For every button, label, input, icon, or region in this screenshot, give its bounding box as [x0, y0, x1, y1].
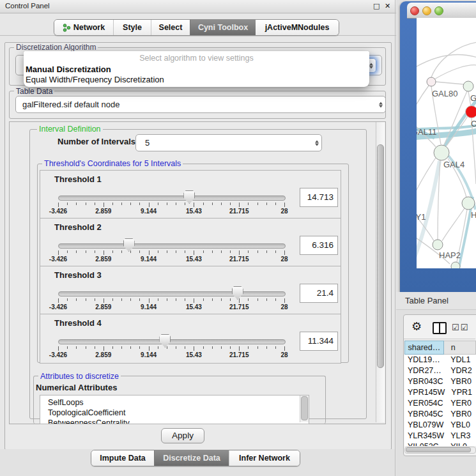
- threshold-slider-handle[interactable]: [123, 238, 135, 252]
- table-cell[interactable]: YIL052C: [404, 441, 444, 446]
- slider-tick-label: 15.43: [171, 256, 216, 263]
- algorithm-dropdown-popup: Select algorithm to view settings Manual…: [24, 51, 369, 87]
- threshold-slider-track[interactable]: [58, 291, 286, 296]
- threshold-box: Threshold 1-3.4262.8599.14415.4321.71528…: [40, 170, 341, 220]
- threshold-slider-track[interactable]: [58, 196, 286, 201]
- tab-label: Infer Network: [239, 454, 290, 463]
- tab-network[interactable]: Network: [54, 20, 113, 35]
- slider-tick-label: 2.859: [81, 208, 126, 215]
- dropdown-option[interactable]: Equal Width/Frequency Discretization: [24, 75, 369, 85]
- table-data-combobox[interactable]: galFiltered.sif default node: [15, 96, 386, 113]
- settings-scrollbar-thumb[interactable]: [377, 144, 384, 368]
- threshold-box: Threshold 3-3.4262.8599.14415.4321.71528…: [40, 266, 341, 316]
- dropdown-option[interactable]: Manual Discretization: [24, 65, 369, 75]
- tab-select[interactable]: Select: [151, 20, 190, 35]
- tab-cyni-toolbox[interactable]: Cyni Toolbox: [190, 20, 256, 35]
- table-cell[interactable]: YBR0: [444, 376, 476, 387]
- apply-button[interactable]: Apply: [161, 428, 204, 443]
- tab-infer-network[interactable]: Infer Network: [229, 450, 300, 466]
- attribute-list-item[interactable]: SelfLoops: [48, 397, 309, 408]
- table-row[interactable]: YPR145WYPR1: [404, 387, 476, 398]
- table-row[interactable]: YLR345WYLR3: [404, 431, 476, 441]
- tab-label: Discretize Data: [163, 454, 220, 463]
- threshold-value-field[interactable]: 6.316: [300, 236, 338, 255]
- table-row[interactable]: YBR043CYBR0: [404, 376, 476, 387]
- table-panel-title: Table Panel: [405, 296, 449, 305]
- network-node[interactable]: [433, 240, 443, 250]
- top-tab-bar: NetworkStyleSelectCyni ToolboxjActiveMNo…: [54, 19, 339, 36]
- algorithm-group-title: Discretization Algorithm: [14, 43, 98, 52]
- tab-style[interactable]: Style: [113, 20, 151, 35]
- thresholds-group-title: Threshold's Coordinates for 5 Intervals: [42, 159, 183, 168]
- table-cell[interactable]: YBL079W: [404, 420, 444, 431]
- slider-ticks: [58, 250, 284, 256]
- table-cell[interactable]: YBL0: [444, 420, 476, 431]
- table-cell[interactable]: YDR2: [444, 365, 476, 376]
- table-row[interactable]: YER054CYER0: [404, 398, 476, 409]
- table-column-header[interactable]: shared…: [404, 341, 444, 355]
- node-attribute-table[interactable]: shared… n YDL19…YDL1YDR27…YDR2YBR043CYBR…: [404, 341, 476, 446]
- attribute-list-item[interactable]: TopologicalCoefficient: [48, 408, 309, 418]
- table-cell[interactable]: YBR0: [444, 409, 476, 420]
- table-row[interactable]: YIL052CYIL0: [404, 441, 476, 446]
- network-canvas[interactable]: GAL80GACGAL11GAL4GCY1HHAP2: [417, 18, 476, 268]
- table-data-group-title: Table Data: [14, 87, 54, 96]
- threshold-value-field[interactable]: 11.344: [300, 332, 338, 351]
- minimize-traffic-light-icon[interactable]: [422, 6, 431, 15]
- table-column-header[interactable]: n: [444, 341, 476, 355]
- threshold-slider-handle[interactable]: [232, 286, 243, 300]
- table-cell[interactable]: YPR1: [445, 387, 476, 398]
- number-of-intervals-combobox[interactable]: 5: [135, 134, 322, 151]
- table-row[interactable]: YBR045CYBR0: [404, 409, 476, 420]
- zoom-traffic-light-icon[interactable]: [434, 6, 443, 15]
- threshold-slider-track[interactable]: [58, 243, 286, 249]
- checkboxes-icon[interactable]: ☑☑: [452, 323, 469, 332]
- control-panel-title: Control Panel: [5, 2, 50, 10]
- threshold-slider-handle[interactable]: [183, 190, 195, 204]
- slider-tick-label: 2.859: [81, 303, 126, 311]
- threshold-value-field[interactable]: 21.4: [300, 284, 338, 303]
- close-icon[interactable]: ✕: [385, 2, 390, 10]
- table-scrollbar-thumb[interactable]: [406, 447, 471, 452]
- stepper-arrows-icon: [315, 140, 319, 146]
- network-node[interactable]: [462, 197, 475, 210]
- table-row[interactable]: YDR27…YDR2: [404, 365, 476, 376]
- tab-impute-data[interactable]: Impute Data: [91, 450, 154, 466]
- slider-tick-label: -3.426: [36, 351, 81, 358]
- network-node[interactable]: [466, 106, 476, 118]
- network-node[interactable]: [463, 81, 473, 91]
- table-row[interactable]: YBL079WYBL0: [404, 420, 476, 431]
- table-cell[interactable]: YDL19…: [404, 355, 444, 365]
- table-cell[interactable]: YER0: [444, 398, 476, 409]
- close-traffic-light-icon[interactable]: [410, 6, 419, 15]
- stepper-arrows-icon: [369, 63, 373, 68]
- table-cell[interactable]: YLR345W: [404, 431, 444, 441]
- gear-icon[interactable]: ⚙: [411, 319, 422, 333]
- network-node[interactable]: [434, 145, 449, 160]
- network-node[interactable]: [451, 262, 460, 268]
- table-cell[interactable]: YER054C: [404, 398, 444, 409]
- threshold-value-field[interactable]: 14.713: [300, 188, 338, 207]
- columns-icon[interactable]: [433, 322, 447, 334]
- table-cell[interactable]: YIL0: [444, 441, 476, 446]
- table-row[interactable]: YDL19…YDL1: [404, 355, 476, 365]
- tab-label: Cyni Toolbox: [198, 23, 248, 32]
- table-cell[interactable]: YPR145W: [404, 387, 445, 398]
- table-cell[interactable]: YBR043C: [404, 376, 444, 387]
- attribute-list-item[interactable]: BetweennessCentrality: [48, 418, 309, 424]
- tab-jactivemnodules[interactable]: jActiveMNodules: [256, 20, 339, 35]
- threshold-slider-track[interactable]: [58, 339, 286, 344]
- slider-tick-label: -3.426: [36, 256, 81, 263]
- slider-tick-label: 9.144: [127, 256, 171, 263]
- table-cell[interactable]: YLR3: [444, 431, 476, 441]
- tab-discretize-data[interactable]: Discretize Data: [154, 450, 229, 466]
- numerical-attributes-list[interactable]: SelfLoopsTopologicalCoefficientBetweenne…: [40, 395, 309, 424]
- threshold-slider-handle[interactable]: [159, 334, 171, 348]
- float-icon[interactable]: □: [373, 2, 380, 10]
- attributes-scrollbar-thumb[interactable]: [301, 396, 308, 420]
- table-cell[interactable]: YBR045C: [404, 409, 444, 420]
- table-cell[interactable]: YDR27…: [404, 365, 444, 376]
- threshold-box: Threshold 4-3.4262.8599.14415.4321.71528…: [40, 314, 341, 364]
- network-node[interactable]: [427, 77, 436, 86]
- table-cell[interactable]: YDL1: [444, 355, 476, 365]
